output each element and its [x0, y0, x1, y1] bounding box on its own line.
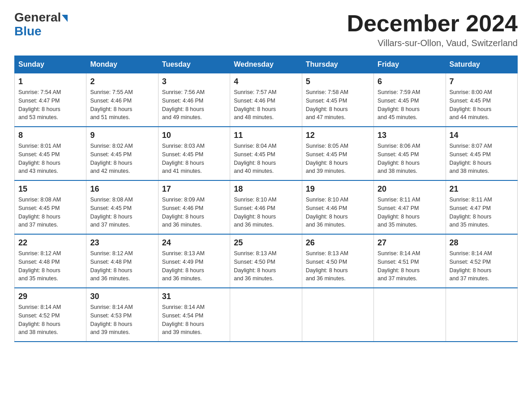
- day-number: 19: [306, 184, 370, 194]
- calendar-cell: 26 Sunrise: 8:13 AM Sunset: 4:50 PM Dayl…: [302, 234, 373, 288]
- calendar-cell: 10 Sunrise: 8:03 AM Sunset: 4:45 PM Dayl…: [158, 127, 230, 180]
- weekday-header-monday: Monday: [86, 56, 158, 73]
- day-number: 14: [450, 131, 514, 140]
- weekday-header-friday: Friday: [374, 56, 446, 73]
- calendar-cell: 16 Sunrise: 8:08 AM Sunset: 4:45 PM Dayl…: [86, 180, 158, 234]
- day-number: 20: [378, 184, 442, 194]
- calendar-cell: 22 Sunrise: 8:12 AM Sunset: 4:48 PM Dayl…: [15, 234, 86, 288]
- day-info: Sunrise: 8:07 AM Sunset: 4:45 PM Dayligh…: [450, 142, 514, 176]
- day-number: 22: [18, 238, 82, 248]
- weekday-header-row: SundayMondayTuesdayWednesdayThursdayFrid…: [15, 56, 518, 73]
- day-number: 12: [306, 131, 370, 140]
- location-subtitle: Villars-sur-Ollon, Vaud, Switzerland: [347, 38, 518, 48]
- day-info: Sunrise: 8:13 AM Sunset: 4:50 PM Dayligh…: [234, 249, 298, 283]
- calendar-cell: 1 Sunrise: 7:54 AM Sunset: 4:47 PM Dayli…: [15, 73, 86, 127]
- calendar-cell: 30 Sunrise: 8:14 AM Sunset: 4:53 PM Dayl…: [86, 288, 158, 342]
- day-info: Sunrise: 8:11 AM Sunset: 4:47 PM Dayligh…: [378, 196, 442, 229]
- day-info: Sunrise: 8:10 AM Sunset: 4:46 PM Dayligh…: [306, 196, 370, 229]
- calendar-cell: 25 Sunrise: 8:13 AM Sunset: 4:50 PM Dayl…: [230, 234, 302, 288]
- title-block: December 2024 Villars-sur-Ollon, Vaud, S…: [347, 11, 518, 48]
- calendar-table: SundayMondayTuesdayWednesdayThursdayFrid…: [14, 56, 518, 342]
- calendar-cell: 8 Sunrise: 8:01 AM Sunset: 4:45 PM Dayli…: [15, 127, 86, 180]
- day-info: Sunrise: 7:58 AM Sunset: 4:45 PM Dayligh…: [306, 88, 370, 122]
- day-info: Sunrise: 8:11 AM Sunset: 4:47 PM Dayligh…: [450, 196, 514, 229]
- day-number: 5: [306, 77, 370, 86]
- calendar-cell: 19 Sunrise: 8:10 AM Sunset: 4:46 PM Dayl…: [302, 180, 373, 234]
- day-number: 25: [234, 238, 298, 248]
- day-number: 28: [450, 238, 514, 248]
- calendar-cell: 27 Sunrise: 8:14 AM Sunset: 4:51 PM Dayl…: [374, 234, 446, 288]
- calendar-cell: 13 Sunrise: 8:06 AM Sunset: 4:45 PM Dayl…: [374, 127, 446, 180]
- calendar-cell: 5 Sunrise: 7:58 AM Sunset: 4:45 PM Dayli…: [302, 73, 373, 127]
- day-number: 31: [162, 292, 226, 301]
- day-number: 1: [18, 77, 82, 86]
- weekday-header-saturday: Saturday: [446, 56, 517, 73]
- day-info: Sunrise: 8:04 AM Sunset: 4:45 PM Dayligh…: [234, 142, 298, 176]
- day-number: 4: [234, 77, 298, 86]
- logo-blue: Blue: [14, 25, 42, 39]
- day-info: Sunrise: 8:00 AM Sunset: 4:45 PM Dayligh…: [450, 88, 514, 122]
- calendar-cell: 31 Sunrise: 8:14 AM Sunset: 4:54 PM Dayl…: [158, 288, 230, 342]
- day-info: Sunrise: 8:12 AM Sunset: 4:48 PM Dayligh…: [90, 249, 154, 283]
- day-info: Sunrise: 8:10 AM Sunset: 4:46 PM Dayligh…: [234, 196, 298, 229]
- day-number: 3: [162, 77, 226, 86]
- weekday-header-sunday: Sunday: [15, 56, 86, 73]
- logo-general: General: [14, 11, 68, 25]
- day-info: Sunrise: 8:03 AM Sunset: 4:45 PM Dayligh…: [162, 142, 226, 176]
- day-number: 27: [378, 238, 442, 248]
- day-info: Sunrise: 8:05 AM Sunset: 4:45 PM Dayligh…: [306, 142, 370, 176]
- calendar-cell: 6 Sunrise: 7:59 AM Sunset: 4:45 PM Dayli…: [374, 73, 446, 127]
- weekday-header-thursday: Thursday: [302, 56, 373, 73]
- day-info: Sunrise: 8:08 AM Sunset: 4:45 PM Dayligh…: [90, 196, 154, 229]
- week-row-5: 29 Sunrise: 8:14 AM Sunset: 4:52 PM Dayl…: [15, 288, 518, 342]
- day-number: 7: [450, 77, 514, 86]
- day-number: 9: [90, 131, 154, 140]
- calendar-cell: 9 Sunrise: 8:02 AM Sunset: 4:45 PM Dayli…: [86, 127, 158, 180]
- calendar-cell: 28 Sunrise: 8:14 AM Sunset: 4:52 PM Dayl…: [446, 234, 517, 288]
- calendar-cell: 14 Sunrise: 8:07 AM Sunset: 4:45 PM Dayl…: [446, 127, 517, 180]
- calendar-cell: 24 Sunrise: 8:13 AM Sunset: 4:49 PM Dayl…: [158, 234, 230, 288]
- week-row-2: 8 Sunrise: 8:01 AM Sunset: 4:45 PM Dayli…: [15, 127, 518, 180]
- day-info: Sunrise: 8:14 AM Sunset: 4:51 PM Dayligh…: [378, 249, 442, 283]
- day-number: 11: [234, 131, 298, 140]
- week-row-1: 1 Sunrise: 7:54 AM Sunset: 4:47 PM Dayli…: [15, 73, 518, 127]
- day-info: Sunrise: 7:55 AM Sunset: 4:46 PM Dayligh…: [90, 88, 154, 122]
- calendar-cell: 20 Sunrise: 8:11 AM Sunset: 4:47 PM Dayl…: [374, 180, 446, 234]
- calendar-cell: [230, 288, 302, 342]
- day-number: 18: [234, 184, 298, 194]
- calendar-cell: [302, 288, 373, 342]
- page-header: General Blue December 2024 Villars-sur-O…: [14, 11, 518, 48]
- weekday-header-tuesday: Tuesday: [158, 56, 230, 73]
- day-number: 6: [378, 77, 442, 86]
- day-info: Sunrise: 8:13 AM Sunset: 4:50 PM Dayligh…: [306, 249, 370, 283]
- day-info: Sunrise: 8:13 AM Sunset: 4:49 PM Dayligh…: [162, 249, 226, 283]
- calendar-cell: 23 Sunrise: 8:12 AM Sunset: 4:48 PM Dayl…: [86, 234, 158, 288]
- day-info: Sunrise: 8:02 AM Sunset: 4:45 PM Dayligh…: [90, 142, 154, 176]
- calendar-cell: 3 Sunrise: 7:56 AM Sunset: 4:46 PM Dayli…: [158, 73, 230, 127]
- calendar-cell: 29 Sunrise: 8:14 AM Sunset: 4:52 PM Dayl…: [15, 288, 86, 342]
- week-row-4: 22 Sunrise: 8:12 AM Sunset: 4:48 PM Dayl…: [15, 234, 518, 288]
- calendar-cell: 12 Sunrise: 8:05 AM Sunset: 4:45 PM Dayl…: [302, 127, 373, 180]
- day-info: Sunrise: 8:08 AM Sunset: 4:45 PM Dayligh…: [18, 196, 82, 229]
- week-row-3: 15 Sunrise: 8:08 AM Sunset: 4:45 PM Dayl…: [15, 180, 518, 234]
- calendar-cell: 18 Sunrise: 8:10 AM Sunset: 4:46 PM Dayl…: [230, 180, 302, 234]
- day-number: 17: [162, 184, 226, 194]
- calendar-cell: 7 Sunrise: 8:00 AM Sunset: 4:45 PM Dayli…: [446, 73, 517, 127]
- day-info: Sunrise: 7:57 AM Sunset: 4:46 PM Dayligh…: [234, 88, 298, 122]
- calendar-cell: 21 Sunrise: 8:11 AM Sunset: 4:47 PM Dayl…: [446, 180, 517, 234]
- day-number: 2: [90, 77, 154, 86]
- day-info: Sunrise: 8:14 AM Sunset: 4:52 PM Dayligh…: [18, 303, 82, 337]
- day-number: 21: [450, 184, 514, 194]
- day-info: Sunrise: 8:14 AM Sunset: 4:54 PM Dayligh…: [162, 303, 226, 337]
- calendar-cell: [374, 288, 446, 342]
- calendar-cell: [446, 288, 517, 342]
- day-number: 15: [18, 184, 82, 194]
- weekday-header-wednesday: Wednesday: [230, 56, 302, 73]
- day-number: 30: [90, 292, 154, 301]
- day-info: Sunrise: 8:06 AM Sunset: 4:45 PM Dayligh…: [378, 142, 442, 176]
- day-number: 26: [306, 238, 370, 248]
- day-number: 13: [378, 131, 442, 140]
- day-info: Sunrise: 8:09 AM Sunset: 4:46 PM Dayligh…: [162, 196, 226, 229]
- day-number: 10: [162, 131, 226, 140]
- logo: General Blue: [14, 11, 68, 39]
